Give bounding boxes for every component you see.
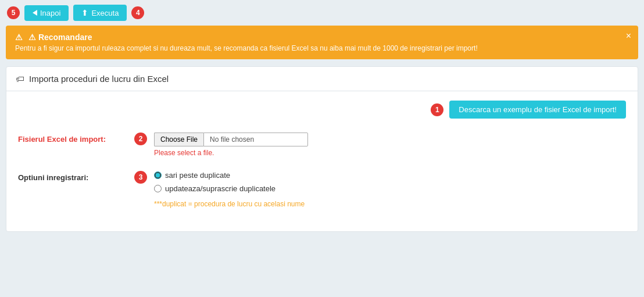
options-row: Optiuni inregistrari: 3 sari peste dupli… (18, 171, 626, 208)
card-header: 🏷 Importa proceduri de lucru din Excel (6, 67, 638, 91)
warning-message: Pentru a fi sigur ca importul ruleaza co… (15, 44, 629, 52)
file-label: Fisierul Excel de import: (18, 133, 134, 144)
badge-file: 2 (134, 133, 147, 145)
arrow-left-icon (33, 10, 37, 16)
radio1-label: sari peste duplicate (165, 171, 230, 180)
tag-icon: 🏷 (16, 74, 24, 84)
main-card: 🏷 Importa proceduri de lucru din Excel 1… (6, 66, 638, 232)
card-header-title: Importa proceduri de lucru din Excel (29, 74, 169, 84)
radio-option-1[interactable]: sari peste duplicate (154, 171, 626, 180)
executa-label: Executa (91, 9, 119, 17)
radio-area: sari peste duplicate updateaza/suprascri… (154, 171, 626, 208)
options-control-area: 3 sari peste duplicate updateaza/suprasc… (134, 171, 626, 208)
radio2-label: updateaza/suprascrie duplicatele (165, 184, 276, 193)
warning-banner: ⚠ ⚠ Recomandare Pentru a fi sigur ca imp… (6, 26, 638, 59)
warning-title: ⚠ ⚠ Recomandare (15, 33, 629, 42)
badge-options: 3 (134, 171, 147, 184)
file-upload-row: Fisierul Excel de import: 2 Choose File … (18, 133, 626, 157)
file-input-wrapper: Choose File No file chosen (154, 133, 626, 146)
badge-download: 1 (431, 103, 443, 116)
upload-icon: ⬆ (81, 8, 88, 17)
radio-group: sari peste duplicate updateaza/suprascri… (154, 171, 626, 193)
radio-option-2[interactable]: updateaza/suprascrie duplicatele (154, 184, 626, 193)
file-control-area: 2 Choose File No file chosen Please sele… (134, 133, 626, 157)
executa-button[interactable]: ⬆ Executa (73, 5, 127, 21)
inapoi-button[interactable]: Inapoi (24, 5, 69, 21)
options-label: Optiuni inregistrari: (18, 171, 134, 182)
file-name-display: No file chosen (203, 133, 308, 146)
badge-inapoi: 5 (7, 6, 20, 19)
file-input-area: Choose File No file chosen Please select… (154, 133, 626, 157)
toolbar: 5 Inapoi ⬆ Executa 4 (0, 0, 644, 26)
file-hint: Please select a file. (154, 149, 626, 157)
close-warning-button[interactable]: × (626, 31, 631, 41)
warning-icon: ⚠ (15, 33, 23, 42)
choose-file-button[interactable]: Choose File (154, 133, 203, 146)
radio-updateaza[interactable] (154, 185, 162, 192)
download-row: 1 Descarca un exemplu de fisier Excel de… (18, 101, 626, 119)
download-example-button[interactable]: Descarca un exemplu de fisier Excel de i… (449, 101, 626, 119)
card-body: 1 Descarca un exemplu de fisier Excel de… (6, 91, 638, 231)
radio-sari[interactable] (154, 171, 162, 179)
inapoi-label: Inapoi (40, 9, 60, 17)
duplicate-note: ***duplicat = procedura de lucru cu acel… (154, 200, 626, 208)
warning-title-text: ⚠ Recomandare (28, 33, 92, 42)
badge-executa: 4 (131, 6, 144, 19)
